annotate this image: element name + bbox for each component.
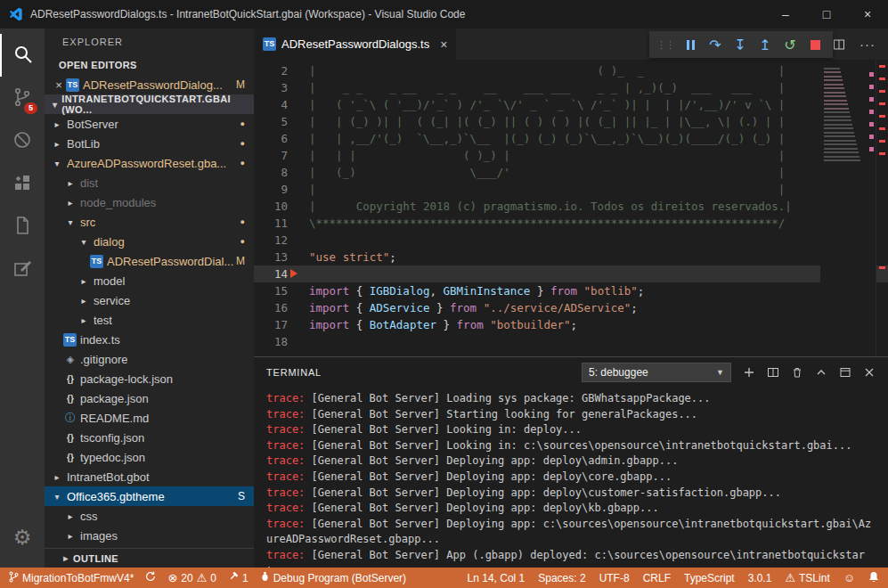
kill-terminal-button[interactable]: [791, 366, 803, 379]
code-line[interactable]: 14: [254, 265, 888, 282]
outline-section-header[interactable]: ▸ OUTLINE: [45, 548, 254, 568]
open-editor-item[interactable]: × TS ADResetPasswordDialog... M: [45, 75, 254, 94]
notifications-item[interactable]: [868, 571, 879, 585]
open-editors-header[interactable]: OPEN EDITORS: [45, 55, 254, 75]
minimap-line: [824, 71, 841, 73]
code-line[interactable]: 4| ( '_`\ ( '__)/'_` ) /'_ `\/' _ ` _ `\…: [254, 96, 888, 113]
tree-item[interactable]: ▾AzureADPasswordReset.gba...●: [45, 153, 254, 173]
tab-adresetpassworddialogs[interactable]: TS ADResetPasswordDialogs.ts ×: [254, 29, 456, 60]
code-line[interactable]: 18: [254, 333, 888, 350]
close-editor-icon[interactable]: ×: [52, 78, 66, 92]
close-tab-icon[interactable]: ×: [440, 37, 447, 52]
terminal-tab[interactable]: TERMINAL: [266, 367, 322, 378]
tree-item[interactable]: ▸IntranetBot.gbot: [45, 467, 254, 486]
encoding-item[interactable]: UTF-8: [599, 572, 630, 584]
indentation-item[interactable]: Spaces: 2: [538, 572, 585, 584]
eol-item[interactable]: CRLF: [643, 572, 671, 584]
problems-item[interactable]: ⊗ 20 ⚠ 0: [167, 572, 216, 584]
chevron-expanded-icon: ▾: [77, 237, 91, 247]
tslint-item[interactable]: ⚠ TSLint: [785, 572, 829, 584]
split-editor-icon[interactable]: [833, 38, 845, 51]
code-line[interactable]: 16import { ADService } from "../service/…: [254, 299, 888, 316]
code-line[interactable]: 13"use strict";: [254, 249, 888, 265]
code-line[interactable]: 5| | (_) )| | ( (_| |( (_) || ( ) ( ) |(…: [254, 113, 888, 130]
tree-item[interactable]: TSADResetPasswordDial...M: [45, 251, 254, 271]
tree-item[interactable]: ◈.gitignore: [45, 349, 254, 369]
chevron-expanded-icon: ▾: [50, 159, 64, 168]
close-button[interactable]: ×: [847, 0, 888, 29]
tree-item[interactable]: ⓘREADME.md: [45, 408, 254, 428]
step-into-button[interactable]: ↧: [728, 33, 753, 56]
tree-item[interactable]: ▾src●: [45, 212, 254, 232]
cursor-position-item[interactable]: Ln 14, Col 1: [468, 572, 525, 584]
tree-item[interactable]: {}tsconfig.json: [45, 428, 254, 447]
tree-item[interactable]: {}package.json: [45, 388, 254, 408]
settings-button[interactable]: ⚙: [0, 516, 45, 559]
debug-status-item[interactable]: Debug Program (BotServer): [260, 571, 406, 584]
code-line[interactable]: 17import { BotAdapter } from "botbuilder…: [254, 316, 888, 333]
tree-item[interactable]: ▾Office365.gbthemeS: [45, 486, 254, 506]
terminal-instance-select[interactable]: 5: debuggee ▼: [582, 363, 731, 382]
maximize-button[interactable]: □: [806, 0, 847, 29]
minimap[interactable]: [820, 60, 876, 356]
extensions-activity-button[interactable]: [0, 162, 45, 205]
tree-item[interactable]: ▸node_modules: [45, 192, 254, 212]
tree-item[interactable]: ▸test: [45, 310, 254, 330]
pause-button[interactable]: [678, 33, 703, 56]
debug-activity-button[interactable]: [0, 119, 45, 162]
tree-item[interactable]: ▸model: [45, 271, 254, 290]
documents-activity-button[interactable]: [0, 205, 45, 248]
code-line[interactable]: 2| ( )_ _ |: [254, 62, 888, 79]
tree-item[interactable]: {}package-lock.json: [45, 369, 254, 388]
code-line[interactable]: 9| |: [254, 181, 888, 198]
tree-item[interactable]: ▸dist: [45, 173, 254, 192]
workspace-section-header[interactable]: ▾ INTRANETBOTQUICKSTART.GBAI (WO...: [45, 94, 254, 114]
tree-item[interactable]: ▸service: [45, 290, 254, 310]
code-line[interactable]: 8| (_) \___/' |: [254, 164, 888, 181]
feedback-item[interactable]: ☺: [843, 572, 855, 584]
sync-item[interactable]: [145, 571, 156, 584]
panel-layout-button[interactable]: [839, 366, 851, 379]
tree-item[interactable]: TSindex.ts: [45, 330, 254, 349]
ts-version-item[interactable]: 3.0.1: [748, 572, 772, 584]
tree-item-label: tsconfig.json: [80, 431, 144, 445]
error-mark: [869, 122, 874, 127]
code-line[interactable]: 10| Copyright 2018 (c) pragmatismo.io. T…: [254, 198, 888, 215]
split-terminal-button[interactable]: [767, 366, 779, 379]
search-activity-button[interactable]: [0, 34, 45, 77]
token: [477, 301, 484, 314]
terminal-output[interactable]: trace: [General Bot Server] Loading sys …: [254, 388, 888, 568]
more-actions-icon[interactable]: ···: [859, 37, 876, 52]
tree-item-label: .gitignore: [80, 353, 127, 366]
code-line[interactable]: 3| _ _ _ __ _ _ __ ___ ___ _ _ | ,_)(_) …: [254, 79, 888, 96]
minimize-button[interactable]: –: [765, 0, 806, 29]
maximize-panel-button[interactable]: [815, 366, 827, 379]
step-out-button[interactable]: ↥: [753, 33, 778, 56]
restart-button[interactable]: ↺: [778, 33, 802, 56]
tool-item[interactable]: 1: [228, 571, 248, 584]
terminal-line: trace: [General Bot Server] Starting loo…: [266, 407, 876, 423]
code-line[interactable]: 15import { IGBDialog, GBMinInstance } fr…: [254, 282, 888, 299]
warnings-icon: ⚠: [197, 572, 208, 584]
tree-item[interactable]: ▾dialog●: [45, 232, 254, 251]
git-branch-item[interactable]: MigrationToBotFmwV4*: [9, 571, 134, 585]
new-terminal-button[interactable]: [743, 366, 755, 379]
code-editor[interactable]: 2| ( )_ _ |3| _ _ _ __ _ _ __ ___ ___ _ …: [254, 60, 888, 356]
drag-handle-icon[interactable]: ⋮⋮: [656, 39, 674, 51]
step-over-button[interactable]: ↷: [703, 33, 728, 56]
code-line[interactable]: 11\*************************************…: [254, 215, 888, 232]
code-line[interactable]: 7| | | ( )_) | |: [254, 147, 888, 164]
debug-icon: [12, 129, 33, 153]
tree-item[interactable]: ▸BotServer●: [45, 114, 254, 134]
close-panel-button[interactable]: [863, 366, 876, 379]
tree-item[interactable]: ▸BotLib●: [45, 134, 254, 153]
code-line[interactable]: 12: [254, 232, 888, 249]
edit-activity-button[interactable]: [0, 248, 45, 290]
source-control-activity-button[interactable]: 5: [0, 77, 45, 119]
code-line[interactable]: 6| | ,__/'(_) `\__,_)`\__ |(_) (_) (_)`\…: [254, 130, 888, 147]
tree-item[interactable]: ▸images: [45, 526, 254, 545]
tree-item[interactable]: {}typedoc.json: [45, 447, 254, 467]
tree-item[interactable]: ▸css: [45, 506, 254, 526]
language-mode-item[interactable]: TypeScript: [684, 572, 735, 584]
stop-button[interactable]: [802, 33, 827, 56]
